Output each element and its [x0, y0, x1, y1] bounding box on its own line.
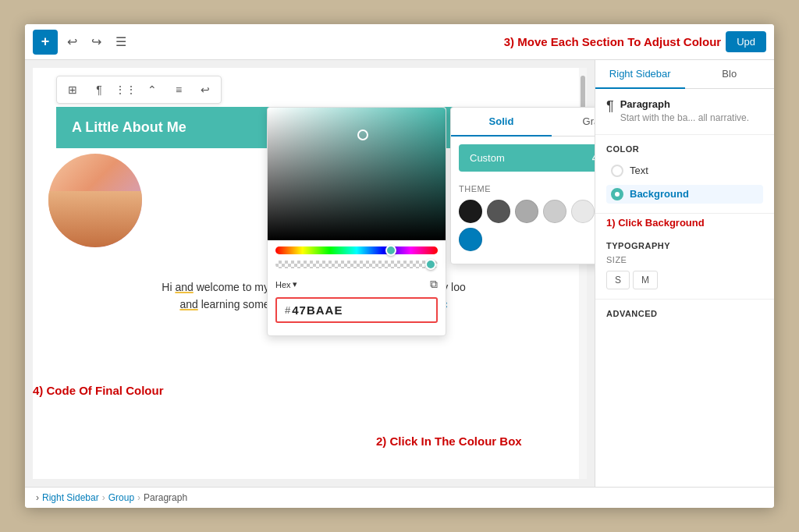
theme-section: THEME	[451, 179, 595, 254]
breadcrumb-bar: › Right Sidebar › Group › Paragraph	[25, 487, 774, 508]
custom-color-row[interactable]: Custom 47BAAE	[459, 144, 595, 172]
tab-block[interactable]: Blo	[685, 60, 775, 88]
hex-format-dropdown[interactable]: Hex ▾	[275, 279, 297, 289]
annotation-1: 1) Click Background	[606, 214, 763, 232]
main-area: ⊞ ¶ ⋮⋮ ⌃ ≡ ↩ A Little About Me Hi a	[25, 60, 774, 487]
color-panel-tabs: Solid Gradient	[451, 108, 595, 137]
color-option-background[interactable]: Background	[606, 185, 763, 204]
typography-title: Typography	[606, 241, 763, 250]
custom-hex: 47BAAE	[592, 153, 595, 164]
color-option-text[interactable]: Text	[606, 161, 763, 180]
alpha-slider-wrap	[268, 257, 446, 271]
breadcrumb-sep-2: ›	[137, 492, 140, 503]
hex-input-wrap[interactable]: # 47BAAE	[275, 297, 438, 323]
hue-slider[interactable]	[275, 246, 438, 254]
hex-row: Hex ▾ ⧉	[268, 271, 446, 294]
hue-slider-wrap	[268, 240, 446, 257]
annotation-4: 4) Code Of Final Colour	[33, 384, 164, 397]
breadcrumb-paragraph: Paragraph	[144, 492, 187, 503]
breadcrumb-sep-1: ›	[102, 492, 105, 503]
swatch-light-gray[interactable]	[543, 200, 566, 223]
block-desc-text: Start with the ba... all narrative.	[620, 112, 749, 125]
color-section-title: Color	[606, 144, 763, 154]
color-section: Color Text Background	[595, 135, 774, 214]
toolbar: + ↩ ↪ ☰ 3) Move Each Section To Adjust C…	[25, 24, 774, 60]
align-icon[interactable]: ≡	[168, 79, 190, 101]
typography-section: Typography SIZE S M	[595, 232, 774, 300]
annotation-1-wrap: 1) Click Background	[595, 214, 774, 232]
breadcrumb-group[interactable]: Group	[108, 492, 134, 503]
alpha-thumb[interactable]	[425, 259, 436, 270]
advanced-title: Advanced	[606, 309, 763, 318]
swatch-blue[interactable]	[459, 228, 482, 251]
color-picker-popup: Hex ▾ ⧉ # 47BAAE	[267, 107, 446, 336]
color-options: Text Background	[606, 161, 763, 204]
alpha-slider[interactable]	[275, 261, 438, 268]
swatch-dark-gray[interactable]	[487, 200, 510, 223]
hex-format-label: Hex	[275, 280, 291, 289]
sidebar-block-info: ¶ Paragraph Start with the ba... all nar…	[595, 89, 774, 135]
breadcrumb-arrow: ›	[36, 492, 39, 503]
theme-swatches-row2	[459, 228, 595, 251]
color-picker-circle[interactable]	[357, 129, 368, 140]
block-description: Paragraph Start with the ba... all narra…	[620, 98, 749, 125]
paragraph-icon[interactable]: ¶	[88, 79, 110, 101]
profile-area	[48, 154, 142, 247]
custom-label: Custom	[470, 152, 505, 164]
chevron-down-icon: ▾	[293, 279, 297, 289]
add-block-button[interactable]: +	[33, 30, 58, 55]
swatch-lighter-gray[interactable]	[571, 200, 595, 223]
size-label: SIZE	[606, 255, 763, 264]
hex-value[interactable]: 47BAAE	[292, 303, 343, 317]
block-title: Paragraph	[620, 98, 749, 110]
editor-content: ⊞ ¶ ⋮⋮ ⌃ ≡ ↩ A Little About Me Hi a	[25, 60, 595, 487]
theme-swatches	[459, 200, 595, 223]
undo-button[interactable]: ↩	[62, 31, 82, 52]
advanced-section: Advanced	[595, 300, 774, 328]
breadcrumb-right-sidebar[interactable]: Right Sidebar	[42, 492, 99, 503]
update-button[interactable]: Upd	[726, 31, 766, 52]
block-toolbar: ⊞ ¶ ⋮⋮ ⌃ ≡ ↩	[56, 76, 222, 104]
solid-tab[interactable]: Solid	[451, 108, 552, 137]
return-icon[interactable]: ↩	[194, 79, 216, 101]
annotation-3: 3) Move Each Section To Adjust Colour	[504, 35, 721, 48]
screenshot-container: + ↩ ↪ ☰ 3) Move Each Section To Adjust C…	[25, 24, 774, 508]
sidebar-tabs: Right Sidebar Blo	[595, 60, 774, 89]
drag-icon[interactable]: ⋮⋮	[115, 79, 137, 101]
color-radio-background[interactable]	[611, 188, 623, 200]
hue-thumb[interactable]	[385, 245, 396, 256]
size-buttons: S M	[606, 271, 763, 289]
gradient-canvas[interactable]	[268, 108, 446, 240]
menu-button[interactable]: ☰	[111, 31, 131, 52]
swatch-medium-gray[interactable]	[515, 200, 538, 223]
size-m-button[interactable]: M	[633, 271, 658, 289]
paragraph-block-icon: ¶	[606, 98, 614, 115]
right-sidebar: Right Sidebar Blo ¶ Paragraph Start with…	[595, 60, 774, 487]
block-icon[interactable]: ⊞	[62, 79, 83, 101]
tab-right-sidebar[interactable]: Right Sidebar	[595, 60, 685, 89]
color-panel-popup: Solid Gradient Custom 47BAAE THEME	[450, 107, 595, 264]
color-radio-text[interactable]	[611, 165, 623, 177]
copy-icon[interactable]: ⧉	[430, 278, 438, 291]
color-text-label: Text	[630, 165, 648, 176]
annotation-2: 2) Click In The Colour Box	[376, 434, 522, 448]
swatch-black[interactable]	[459, 200, 482, 223]
redo-button[interactable]: ↪	[87, 31, 106, 52]
size-s-button[interactable]: S	[606, 271, 630, 289]
theme-label: THEME	[459, 184, 595, 193]
move-up-down-icon[interactable]: ⌃	[141, 79, 163, 101]
gradient-tab[interactable]: Gradient	[552, 108, 595, 136]
color-background-label: Background	[630, 188, 689, 200]
hex-hash: #	[285, 304, 290, 316]
teal-heading-text: A Little About Me	[72, 119, 186, 135]
profile-avatar	[48, 154, 142, 247]
